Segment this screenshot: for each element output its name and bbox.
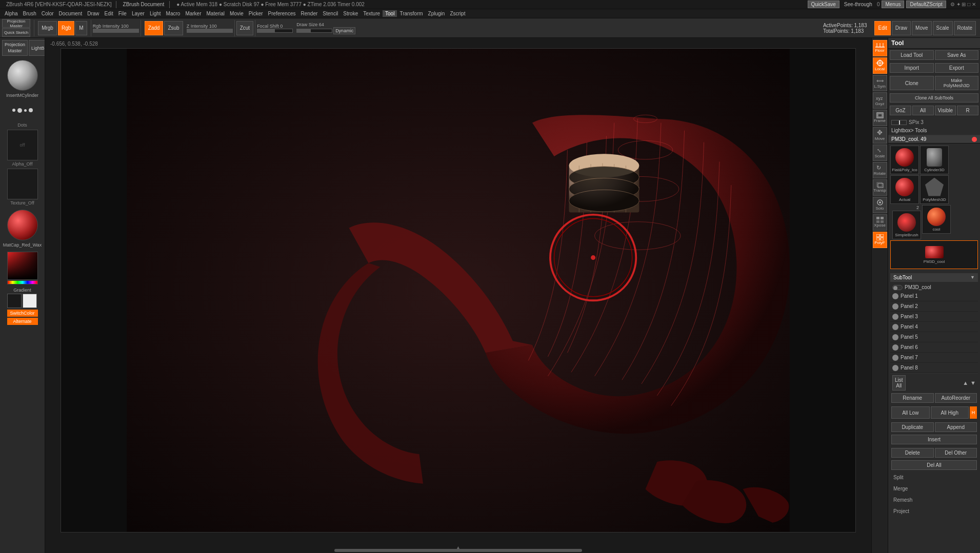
alpha-preview[interactable]: off bbox=[7, 130, 38, 160]
brush-preview[interactable] bbox=[7, 60, 38, 91]
menu-macro[interactable]: Macro bbox=[164, 10, 183, 17]
subtool-item-7[interactable]: Panel 7 bbox=[890, 353, 978, 363]
menu-stroke[interactable]: Stroke bbox=[341, 10, 361, 17]
focal-shift-slider[interactable] bbox=[257, 29, 293, 33]
clone-button[interactable]: Clone bbox=[890, 76, 934, 90]
canvas-area[interactable]: -0.656, 0.538, -0.528 bbox=[45, 38, 871, 553]
gxyz-button[interactable]: xyz Gxyz bbox=[873, 92, 887, 109]
menu-document2[interactable]: Document bbox=[56, 10, 85, 17]
see-through-btn[interactable]: See-through bbox=[842, 1, 875, 8]
menu-texture[interactable]: Texture bbox=[361, 10, 383, 17]
rotate-button[interactable]: Rotate bbox=[954, 21, 976, 35]
menu-zscript[interactable]: Zscript bbox=[447, 10, 468, 17]
menu-stencil[interactable]: Stencil bbox=[320, 10, 341, 17]
alternate-button[interactable]: Alternate bbox=[7, 318, 38, 325]
append-button[interactable]: Append bbox=[935, 422, 977, 432]
dots-preview[interactable] bbox=[7, 100, 38, 120]
subtool-item-6[interactable]: Panel 6 bbox=[890, 342, 978, 353]
move-button[interactable]: Move bbox=[912, 21, 931, 35]
frame-button[interactable]: Frame bbox=[873, 110, 887, 126]
projection-master-button[interactable]: ProjectionMaster bbox=[2, 19, 30, 28]
visible-button[interactable]: Visible bbox=[935, 106, 956, 115]
menu-transform[interactable]: Transform bbox=[397, 10, 425, 17]
subtool-up-arrow[interactable]: ▲ bbox=[963, 380, 968, 386]
menu-movie[interactable]: Movie bbox=[227, 10, 246, 17]
xpose-button[interactable]: Xpose bbox=[873, 214, 887, 231]
menus-button[interactable]: Menus bbox=[882, 1, 904, 8]
clone-all-subtools-button[interactable]: Clone All SubTools bbox=[890, 93, 978, 103]
goz-button[interactable]: GoZ bbox=[890, 106, 911, 115]
make-polymesh-button[interactable]: Make PolyMesh3D bbox=[935, 76, 979, 90]
subtool-toggle[interactable]: ▼ bbox=[970, 275, 975, 280]
menu-draw[interactable]: Draw bbox=[85, 10, 102, 17]
tool-thumb-cool[interactable]: cool bbox=[922, 205, 951, 234]
color-gradient[interactable] bbox=[7, 252, 38, 280]
menu-layer[interactable]: Layer bbox=[129, 10, 147, 17]
menu-marker[interactable]: Marker bbox=[183, 10, 204, 17]
z-intensity-slider[interactable] bbox=[187, 29, 233, 33]
subtool-item-3[interactable]: Panel 3 bbox=[890, 312, 978, 322]
delete-button[interactable]: Delete bbox=[891, 448, 934, 458]
import-button[interactable]: Import bbox=[890, 63, 934, 73]
del-all-button[interactable]: Del All bbox=[891, 460, 977, 470]
dynamic-button[interactable]: Dynamic bbox=[333, 27, 355, 34]
floor-button[interactable]: Floor bbox=[873, 40, 887, 56]
tool-thumb-simplebrush[interactable]: SimpleBrush bbox=[892, 211, 921, 239]
subtool-item-1[interactable]: Panel 1 bbox=[890, 291, 978, 301]
rename-button[interactable]: Rename bbox=[891, 393, 934, 403]
solo-button[interactable]: Solo bbox=[873, 197, 887, 213]
subtool-toggle-switch[interactable] bbox=[892, 285, 903, 290]
draw-size-slider[interactable] bbox=[296, 29, 332, 33]
move-button[interactable]: ✥ Move bbox=[873, 127, 887, 144]
white-swatch[interactable] bbox=[23, 294, 37, 308]
black-swatch[interactable] bbox=[7, 294, 22, 308]
menu-alpha[interactable]: Alpha bbox=[2, 10, 21, 17]
tool-thumb-polymesh[interactable]: PolyMesh3D bbox=[920, 175, 949, 204]
menu-zplugin[interactable]: Zplugin bbox=[426, 10, 448, 17]
menu-brush[interactable]: Brush bbox=[21, 10, 39, 17]
texture-preview[interactable] bbox=[7, 169, 38, 199]
menu-render[interactable]: Render bbox=[298, 10, 321, 17]
load-tool-button[interactable]: Load Tool bbox=[890, 50, 934, 60]
lightbox-button[interactable]: LightBox bbox=[29, 40, 45, 56]
zsub-button[interactable]: Zsub bbox=[164, 21, 183, 35]
menu-color[interactable]: Color bbox=[39, 10, 56, 17]
tool-thumb-sphere[interactable]: Flat&Poly_Ico bbox=[890, 146, 919, 174]
edit-button[interactable]: Edit bbox=[874, 21, 890, 35]
subtool-item-8[interactable]: Panel 8 bbox=[890, 363, 978, 373]
all-button[interactable]: All bbox=[912, 106, 934, 115]
color-picker[interactable] bbox=[7, 252, 38, 284]
quicksave-button[interactable]: QuickSave bbox=[808, 1, 839, 8]
transp-button[interactable]: Transp bbox=[873, 179, 887, 196]
subtool-item-2[interactable]: Panel 2 bbox=[890, 301, 978, 312]
spix-slider[interactable] bbox=[891, 120, 907, 125]
del-other-button[interactable]: Del Other bbox=[935, 448, 977, 458]
subtool-item-5[interactable]: Panel 5 bbox=[890, 332, 978, 342]
all-low-button[interactable]: All Low bbox=[891, 406, 930, 419]
m-button[interactable]: M bbox=[75, 21, 87, 35]
insert-button[interactable]: Insert bbox=[891, 435, 977, 444]
quick-sketch-button[interactable]: Quick Sketch bbox=[2, 28, 30, 37]
rotate-button[interactable]: ↻ Rotate bbox=[873, 162, 887, 178]
tool-thumb-actual[interactable]: Actual bbox=[890, 175, 919, 204]
color-hue-strip[interactable] bbox=[7, 280, 38, 284]
scale-button[interactable]: Scale bbox=[933, 21, 953, 35]
3d-viewport[interactable] bbox=[61, 48, 856, 532]
rgb-intensity-slider[interactable] bbox=[93, 29, 139, 33]
zadd-button[interactable]: Zadd bbox=[145, 21, 164, 35]
projection-master-side-button[interactable]: ProjectionMaster bbox=[2, 40, 28, 56]
default-zscript-button[interactable]: DefaultZScript bbox=[906, 1, 946, 8]
draw-button[interactable]: Draw bbox=[892, 21, 911, 35]
mrgb-button[interactable]: Mrgb bbox=[38, 21, 57, 35]
material-preview[interactable] bbox=[7, 210, 38, 240]
high-indicator[interactable]: H bbox=[970, 406, 977, 419]
subtool-item-4[interactable]: Panel 4 bbox=[890, 322, 978, 332]
all-high-button[interactable]: All High bbox=[931, 406, 969, 419]
menu-light[interactable]: Light bbox=[147, 10, 164, 17]
menu-file[interactable]: File bbox=[116, 10, 129, 17]
rgb-button[interactable]: Rgb bbox=[58, 21, 74, 35]
scroll-handle-horizontal[interactable] bbox=[334, 549, 582, 552]
r-button[interactable]: R bbox=[957, 106, 978, 115]
polyf-button[interactable]: PolyF bbox=[873, 232, 887, 248]
menu-picker[interactable]: Picker bbox=[246, 10, 266, 17]
